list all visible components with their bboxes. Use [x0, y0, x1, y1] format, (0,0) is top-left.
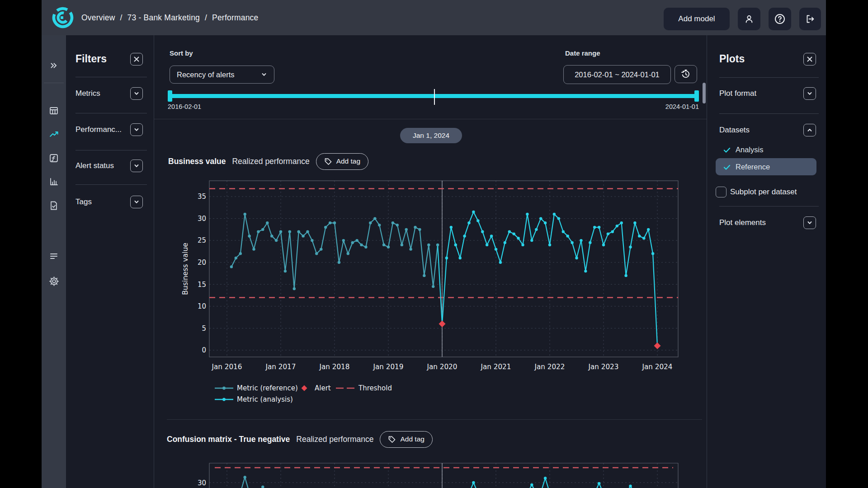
date-range-input[interactable]: 2016-02-01 ~ 2024-01-01 — [563, 65, 671, 84]
table-icon — [49, 106, 59, 116]
check-icon — [723, 163, 731, 171]
svg-text:Jan 2018: Jan 2018 — [319, 363, 350, 371]
main-content: Sort by Recency of alerts Date range 201… — [154, 35, 707, 488]
plots-close-button[interactable] — [803, 53, 816, 66]
date-range-slider-track[interactable] — [168, 94, 699, 98]
chevron-down-icon — [807, 90, 813, 97]
plot-format-expand-button[interactable] — [803, 87, 816, 100]
svg-text:30: 30 — [198, 215, 206, 223]
datasets-collapse-button[interactable] — [803, 124, 816, 136]
chart2-add-tag-button[interactable]: Add tag — [380, 431, 432, 448]
rail-item-distributions[interactable] — [42, 177, 66, 187]
bar-chart-icon — [49, 177, 59, 187]
chevron-down-icon — [133, 163, 140, 169]
logout-button[interactable] — [799, 8, 821, 30]
add-model-button[interactable]: Add model — [664, 8, 730, 30]
filter-metrics-label: Metrics — [75, 89, 100, 98]
tag-icon — [324, 157, 332, 165]
logout-icon — [805, 14, 816, 24]
breadcrumb-separator: / — [205, 13, 207, 23]
rail-item-custom-function[interactable] — [42, 153, 66, 163]
date-range-reset-button[interactable] — [675, 65, 697, 83]
svg-text:15: 15 — [198, 281, 206, 289]
rail-divider — [44, 83, 64, 83]
divider — [75, 113, 147, 113]
top-bar: Overview / 73 - Bank Marketing / Perform… — [42, 0, 826, 35]
plot-format-label: Plot format — [719, 89, 756, 98]
svg-text:Jan 2021: Jan 2021 — [481, 363, 511, 371]
chevron-down-icon — [133, 199, 140, 205]
rail-item-performance[interactable] — [42, 129, 66, 139]
plot-elements-expand-button[interactable] — [803, 216, 816, 229]
svg-text:0: 0 — [202, 346, 206, 354]
dataset-reference-option[interactable]: Reference — [723, 163, 770, 171]
help-button[interactable] — [769, 8, 791, 30]
breadcrumb-separator: / — [120, 13, 123, 23]
chart1-add-tag-label: Add tag — [336, 157, 360, 165]
slider-start-date: 2016-02-01 — [168, 103, 201, 110]
date-range-value: 2016-02-01 ~ 2024-01-01 — [575, 70, 660, 79]
business-value-chart[interactable]: Jan 2016Jan 2017Jan 2018Jan 2019Jan 2020… — [155, 177, 684, 407]
filter-performance-expand-button[interactable] — [130, 123, 143, 136]
svg-text:Jan 2023: Jan 2023 — [588, 363, 619, 371]
datasets-label: Datasets — [719, 126, 750, 135]
divider — [719, 77, 819, 78]
user-icon — [744, 14, 755, 24]
expand-sidebar-button[interactable] — [42, 61, 66, 70]
svg-text:Jan 2020: Jan 2020 — [427, 363, 458, 371]
nannyml-logo-icon — [51, 6, 75, 29]
trend-line-icon — [49, 129, 59, 139]
divider — [75, 77, 147, 77]
check-icon — [723, 146, 731, 154]
svg-text:Metric (analysis): Metric (analysis) — [237, 395, 293, 404]
slider-handle-end[interactable] — [694, 90, 699, 102]
slider-end-date: 2024-01-01 — [654, 103, 699, 110]
divider — [719, 113, 819, 114]
svg-text:25: 25 — [198, 236, 206, 244]
main-scrollbar-thumb[interactable] — [703, 83, 706, 103]
rail-item-reports[interactable] — [42, 201, 66, 211]
user-account-button[interactable] — [738, 8, 760, 30]
slider-position-marker — [434, 89, 435, 105]
filter-alert-status-expand-button[interactable] — [130, 160, 143, 172]
close-icon — [133, 56, 140, 62]
double-chevron-right-icon — [49, 61, 59, 70]
chart1-add-tag-button[interactable]: Add tag — [316, 153, 368, 170]
chart2-add-tag-label: Add tag — [400, 435, 424, 443]
svg-text:5: 5 — [202, 324, 206, 333]
svg-text:Jan 2024: Jan 2024 — [642, 363, 673, 371]
question-circle-icon — [774, 13, 786, 25]
subplot-per-dataset-checkbox[interactable] — [716, 187, 726, 197]
rail-item-logs[interactable] — [42, 251, 66, 261]
filter-tags-expand-button[interactable] — [130, 196, 143, 208]
svg-text:20: 20 — [198, 258, 206, 267]
plots-panel: Plots Plot format Datasets Analysis Refe… — [707, 35, 826, 488]
filters-close-button[interactable] — [130, 53, 143, 66]
dataset-analysis-option[interactable]: Analysis — [723, 145, 763, 154]
slider-handle-start[interactable] — [168, 90, 172, 102]
filter-metrics-expand-button[interactable] — [130, 87, 143, 100]
divider — [75, 184, 147, 185]
breadcrumb-overview[interactable]: Overview — [81, 13, 115, 23]
svg-text:35: 35 — [198, 192, 206, 201]
rail-item-settings[interactable] — [42, 276, 66, 286]
selected-date-badge: Jan 1, 2024 — [400, 128, 462, 143]
chart2-header: Confusion matrix - True negative Realize… — [167, 431, 433, 448]
chevron-down-icon — [807, 220, 813, 226]
app-window: Overview / 73 - Bank Marketing / Perform… — [42, 0, 826, 488]
confusion-matrix-chart[interactable]: 30 — [155, 459, 684, 488]
svg-text:Business value: Business value — [181, 243, 189, 295]
chevron-down-icon — [133, 127, 140, 133]
filters-title: Filters — [75, 53, 107, 65]
filter-performance-label: Performanc... — [75, 125, 122, 134]
lines-icon — [49, 251, 59, 261]
close-icon — [807, 56, 813, 62]
plot-elements-label: Plot elements — [719, 218, 766, 227]
divider — [167, 419, 702, 420]
chart2-title: Confusion matrix - True negative — [167, 435, 290, 444]
rail-item-data-table[interactable] — [42, 106, 66, 116]
breadcrumb-performance: Performance — [212, 13, 258, 23]
breadcrumb-model[interactable]: 73 - Bank Marketing — [127, 13, 200, 23]
sort-by-dropdown[interactable]: Recency of alerts — [170, 66, 274, 84]
filter-tags-label: Tags — [75, 197, 92, 206]
